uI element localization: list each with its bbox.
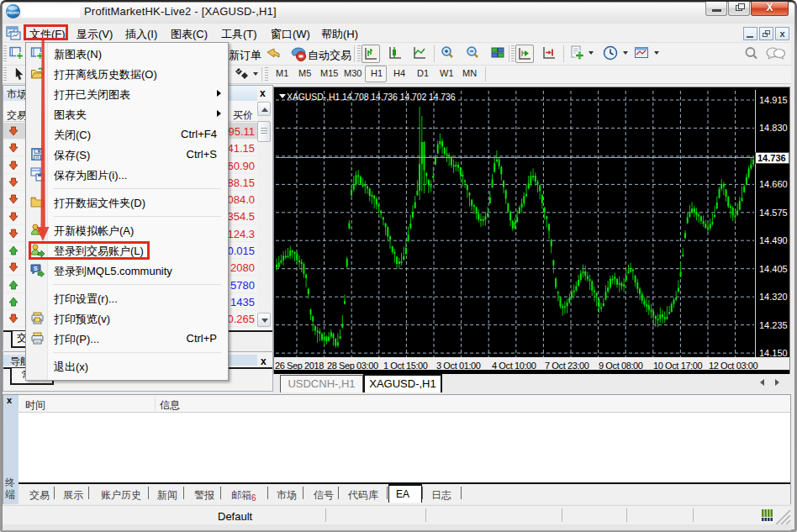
- svg-text:S: S: [34, 266, 38, 271]
